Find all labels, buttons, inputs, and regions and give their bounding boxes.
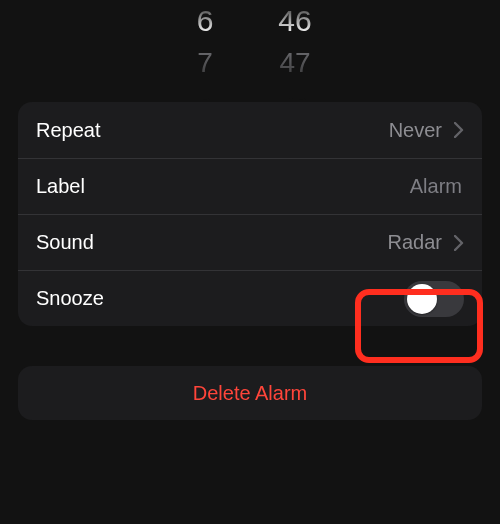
chevron-right-icon bbox=[454, 122, 464, 138]
chevron-right-icon bbox=[454, 235, 464, 251]
toggle-knob bbox=[407, 284, 437, 314]
repeat-row[interactable]: Repeat Never bbox=[18, 102, 482, 158]
sound-value: Radar bbox=[388, 231, 442, 254]
delete-alarm-button[interactable]: Delete Alarm bbox=[18, 366, 482, 420]
minute-next: 48 bbox=[255, 88, 335, 100]
repeat-label: Repeat bbox=[36, 119, 101, 142]
minute-selected: 47 bbox=[255, 42, 335, 84]
hour-wheel[interactable]: 6 7 8 bbox=[165, 0, 245, 100]
label-label: Label bbox=[36, 175, 85, 198]
minute-prev: 46 bbox=[255, 0, 335, 42]
repeat-value: Never bbox=[389, 119, 442, 142]
hour-next: 8 bbox=[165, 88, 245, 100]
sound-row[interactable]: Sound Radar bbox=[18, 214, 482, 270]
snooze-label: Snooze bbox=[36, 287, 104, 310]
label-row[interactable]: Label Alarm bbox=[18, 158, 482, 214]
snooze-toggle[interactable] bbox=[404, 281, 464, 317]
hour-prev: 6 bbox=[165, 0, 245, 42]
snooze-row: Snooze bbox=[18, 270, 482, 326]
time-picker[interactable]: 6 7 8 46 47 48 bbox=[110, 0, 390, 100]
hour-selected: 7 bbox=[165, 42, 245, 84]
sound-label: Sound bbox=[36, 231, 94, 254]
minute-wheel[interactable]: 46 47 48 bbox=[255, 0, 335, 100]
label-value: Alarm bbox=[410, 175, 462, 198]
alarm-settings-card: Repeat Never Label Alarm Sound Radar Sno… bbox=[18, 102, 482, 326]
